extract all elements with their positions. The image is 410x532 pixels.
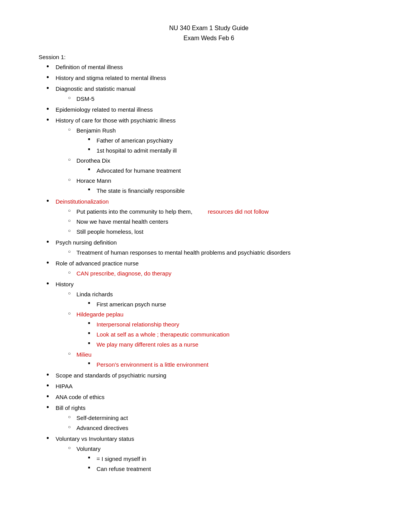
list-item: We play many different roles as a nurse bbox=[88, 340, 379, 349]
page-title: NU 340 Exam 1 Study Guide Exam Weds Feb … bbox=[39, 23, 379, 43]
list-item: DSM-5 bbox=[68, 94, 379, 104]
level3-list: Advocated for humane treatment bbox=[76, 166, 379, 175]
title-line1: NU 340 Exam 1 Study Guide bbox=[169, 25, 248, 31]
list-item: History of care for those with psychiatr… bbox=[46, 116, 379, 195]
list-item: History and stigma related to mental ill… bbox=[46, 73, 379, 83]
level2-list: Treatment of human responses to mental h… bbox=[56, 248, 379, 257]
list-item: Now we have mental health centers bbox=[68, 217, 379, 226]
list-item: Diagnostic and statistic manual DSM-5 bbox=[46, 84, 379, 104]
level3-list: = I signed myself inCan refuse treatment bbox=[76, 454, 379, 474]
list-item: CAN prescribe, diagnose, do therapy bbox=[68, 269, 379, 278]
list-item: Epidemiology related to mental illness bbox=[46, 105, 379, 114]
list-item: History Linda richards First american ps… bbox=[46, 280, 379, 369]
list-item: Interpersonal relationship theory bbox=[88, 320, 379, 329]
list-item: Deinstitutionalization Put patients into… bbox=[46, 197, 379, 236]
list-item: First american psych nurse bbox=[88, 300, 379, 309]
main-list: Definition of mental illnessHistory and … bbox=[39, 63, 379, 474]
level2-list: Put patients into the community to help … bbox=[56, 207, 379, 236]
list-item: Linda richards First american psych nurs… bbox=[68, 290, 379, 309]
list-item: The state is financially responsible bbox=[88, 186, 379, 195]
list-item: Benjamin Rush Father of american psychia… bbox=[68, 126, 379, 155]
level2-list: Self-determining act Advanced directives bbox=[56, 413, 379, 433]
level2-list: Benjamin Rush Father of american psychia… bbox=[56, 126, 379, 195]
list-item: Voluntary vs Involuntary status Voluntar… bbox=[46, 434, 379, 474]
list-item: HIPAA bbox=[46, 382, 379, 391]
list-item: Still people homeless, lost bbox=[68, 227, 379, 236]
level2-list: Voluntary = I signed myself inCan refuse… bbox=[56, 444, 379, 474]
level3-list: Father of american psychiatry1st hospita… bbox=[76, 136, 379, 155]
list-item: Treatment of human responses to mental h… bbox=[68, 248, 379, 257]
list-item: Role of advanced practice nurse CAN pres… bbox=[46, 259, 379, 278]
level2-list: CAN prescribe, diagnose, do therapy bbox=[56, 269, 379, 278]
page-header: NU 340 Exam 1 Study Guide Exam Weds Feb … bbox=[39, 23, 379, 43]
list-item: Self-determining act bbox=[68, 413, 379, 423]
list-item: Father of american psychiatry bbox=[88, 136, 379, 145]
list-item: Psych nursing definition Treatment of hu… bbox=[46, 238, 379, 257]
level3-list: First american psych nurse bbox=[76, 300, 379, 309]
level2-list: DSM-5 bbox=[56, 94, 379, 104]
level3-list: Person’s environment is a little environ… bbox=[76, 360, 379, 369]
list-item: Hildegarde peplau Interpersonal relation… bbox=[68, 310, 379, 349]
list-item: Advanced directives bbox=[68, 423, 379, 433]
list-item: Milieu Person’s environment is a little … bbox=[68, 350, 379, 369]
list-item: Put patients into the community to help … bbox=[68, 207, 379, 216]
inline-red-text: resources did not follow bbox=[208, 208, 269, 215]
list-item: = I signed myself in bbox=[88, 454, 379, 464]
title-line2: Exam Weds Feb 6 bbox=[183, 35, 234, 41]
list-item: Person’s environment is a little environ… bbox=[88, 360, 379, 369]
list-item: Bill of rights Self-determining act Adva… bbox=[46, 403, 379, 433]
list-item: Can refuse treatment bbox=[88, 464, 379, 474]
level2-list: Linda richards First american psych nurs… bbox=[56, 290, 379, 369]
list-item: Advocated for humane treatment bbox=[88, 166, 379, 175]
list-item: Horace Mann The state is financially res… bbox=[68, 176, 379, 195]
list-item: Definition of mental illness bbox=[46, 63, 379, 72]
list-item: Dorothea Dix Advocated for humane treatm… bbox=[68, 156, 379, 175]
list-item: 1st hospital to admit mentally ill bbox=[88, 146, 379, 155]
list-item: Scope and standards of psychiatric nursi… bbox=[46, 371, 379, 380]
list-item: ANA code of ethics bbox=[46, 393, 379, 402]
level3-list: The state is financially responsible bbox=[76, 186, 379, 195]
list-item: Look at self as a whole ; therapeutic co… bbox=[88, 330, 379, 339]
session-label: Session 1: bbox=[39, 54, 379, 60]
level3-list: Interpersonal relationship theoryLook at… bbox=[76, 320, 379, 349]
list-item: Voluntary = I signed myself inCan refuse… bbox=[68, 444, 379, 474]
